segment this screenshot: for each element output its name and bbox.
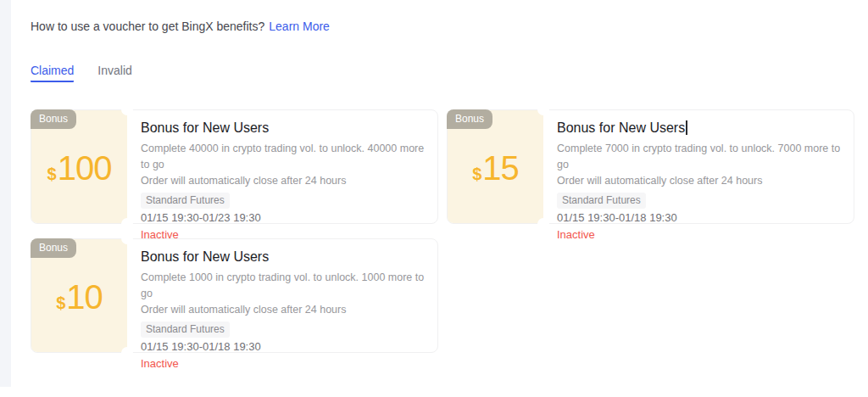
voucher-description: Complete 40000 in crypto trading vol. to… (141, 141, 431, 173)
ticket-notch-bottom-icon (537, 218, 549, 230)
learn-more-link[interactable]: Learn More (269, 20, 330, 33)
voucher-description: Complete 7000 in crypto trading vol. to … (557, 141, 847, 173)
voucher-body: Bonus for New Users Complete 1000 in cry… (127, 239, 437, 352)
voucher-status: Inactive (141, 355, 431, 372)
ticket-notch-top-icon (537, 103, 549, 115)
voucher-note: Order will automatically close after 24 … (557, 173, 847, 189)
tag-row: Standard Futures (557, 193, 847, 209)
voucher-grid: Bonus $100 Bonus for New Users Complete … (31, 109, 854, 353)
voucher-tabs: Claimed Invalid (31, 64, 854, 82)
tag-row: Standard Futures (141, 193, 431, 209)
product-tag: Standard Futures (141, 322, 230, 338)
voucher-amount: $15 (472, 149, 519, 187)
help-row: How to use a voucher to get BingX benefi… (31, 20, 854, 33)
currency-symbol: $ (56, 294, 65, 313)
help-question: How to use a voucher to get BingX benefi… (31, 20, 264, 33)
voucher-note: Order will automatically close after 24 … (141, 302, 431, 318)
voucher-card[interactable]: Bonus $15 Bonus for New Users Complete 7… (447, 109, 854, 224)
voucher-description: Complete 1000 in crypto trading vol. to … (141, 270, 431, 302)
voucher-status: Inactive (557, 226, 847, 243)
amount-value: 15 (482, 149, 519, 187)
voucher-period: 01/15 19:30-01/23 19:30 (141, 210, 431, 226)
voucher-card[interactable]: Bonus $100 Bonus for New Users Complete … (31, 109, 438, 224)
bonus-badge: Bonus (447, 109, 492, 129)
ticket-notch-top-icon (121, 232, 133, 244)
voucher-amount: $10 (56, 278, 103, 316)
voucher-card[interactable]: Bonus $10 Bonus for New Users Complete 1… (31, 238, 438, 353)
currency-symbol: $ (47, 165, 57, 184)
voucher-note: Order will automatically close after 24 … (141, 173, 431, 189)
voucher-period: 01/15 19:30-01/18 19:30 (141, 338, 431, 355)
voucher-title: Bonus for New Users (141, 120, 431, 137)
ticket-notch-top-icon (121, 103, 133, 115)
tab-invalid[interactable]: Invalid (97, 64, 131, 82)
amount-value: 100 (58, 149, 112, 187)
voucher-body: Bonus for New Users Complete 7000 in cry… (543, 110, 854, 223)
bonus-badge: Bonus (31, 109, 76, 129)
tag-row: Standard Futures (141, 322, 431, 338)
tab-claimed[interactable]: Claimed (31, 64, 74, 82)
page-left-gutter (0, 0, 11, 387)
currency-symbol: $ (472, 165, 481, 184)
ticket-notch-bottom-icon (121, 218, 133, 230)
voucher-amount: $100 (47, 149, 112, 187)
voucher-title: Bonus for New Users (557, 120, 847, 137)
product-tag: Standard Futures (141, 193, 230, 209)
text-caret (686, 120, 687, 135)
voucher-period: 01/15 19:30-01/18 19:30 (557, 210, 847, 226)
bonus-badge: Bonus (31, 238, 76, 258)
voucher-page: How to use a voucher to get BingX benefi… (0, 0, 868, 353)
voucher-body: Bonus for New Users Complete 40000 in cr… (127, 110, 437, 223)
amount-value: 10 (66, 278, 103, 316)
product-tag: Standard Futures (557, 193, 646, 209)
voucher-title: Bonus for New Users (141, 249, 431, 266)
ticket-notch-bottom-icon (121, 347, 133, 359)
